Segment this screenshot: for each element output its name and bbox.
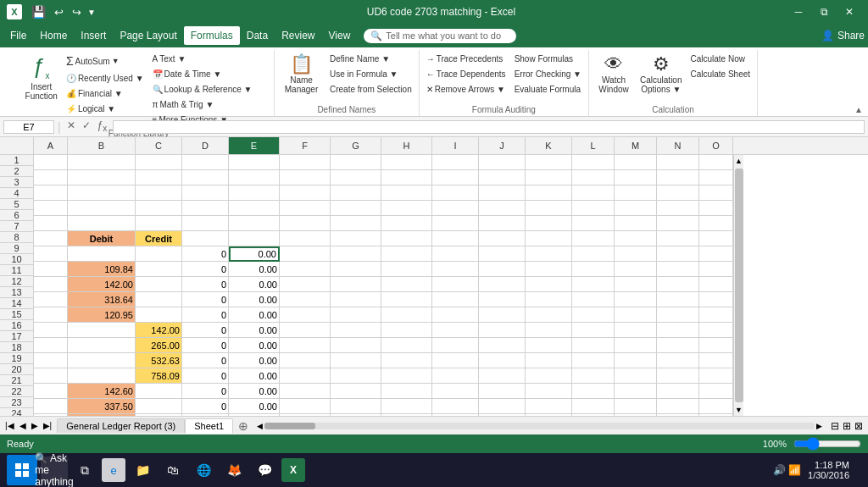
scroll-down-button[interactable]: ▼ <box>733 404 744 416</box>
trace-dependents-button[interactable]: ← Trace Dependents <box>423 67 509 81</box>
cell-l14[interactable] <box>572 353 615 368</box>
cell-f8[interactable] <box>280 262 331 277</box>
cell-a16[interactable] <box>34 384 68 399</box>
cell-d10[interactable]: 0 <box>182 292 229 307</box>
explorer-icon[interactable]: 📁 <box>129 457 156 484</box>
evaluate-formula-button[interactable]: Evaluate Formula <box>511 82 585 97</box>
cell-f2[interactable] <box>280 170 331 185</box>
row-header-20[interactable]: 20 <box>0 364 34 375</box>
cell-n6[interactable] <box>657 231 699 246</box>
cell-reference-input[interactable]: E7 <box>3 120 54 134</box>
row-header-2[interactable]: 2 <box>0 166 34 177</box>
zoom-slider[interactable] <box>793 437 861 451</box>
cell-g18[interactable] <box>331 414 381 416</box>
cell-m3[interactable] <box>615 185 657 201</box>
cell-i6[interactable] <box>432 231 479 246</box>
cell-n12[interactable] <box>657 323 699 338</box>
cell-j3[interactable] <box>479 185 526 201</box>
cell-m12[interactable] <box>615 323 657 338</box>
cell-g13[interactable] <box>331 338 381 353</box>
cell-j12[interactable] <box>479 323 526 338</box>
sheet-prev-button[interactable]: ◀ <box>18 421 28 430</box>
cell-c15[interactable]: 758.09 <box>136 368 182 384</box>
row-header-15[interactable]: 15 <box>0 309 34 320</box>
cell-e1[interactable] <box>229 155 280 170</box>
cell-f7[interactable] <box>280 246 331 262</box>
normal-view-button[interactable]: ⊟ <box>831 420 839 432</box>
edge-icon[interactable]: e <box>102 458 125 482</box>
search-taskbar-icon[interactable]: 🔍 Ask me anything <box>41 457 68 484</box>
cell-l12[interactable] <box>572 323 615 338</box>
cell-n14[interactable] <box>657 353 699 368</box>
col-header-g[interactable]: G <box>331 137 381 154</box>
cell-l11[interactable] <box>572 307 615 323</box>
cell-d3[interactable] <box>182 185 229 201</box>
cell-l17[interactable] <box>572 399 615 414</box>
row-header-23[interactable]: 23 <box>0 397 34 408</box>
cell-g12[interactable] <box>331 323 381 338</box>
cell-h12[interactable] <box>381 323 432 338</box>
row-header-11[interactable]: 11 <box>0 265 34 276</box>
cell-g2[interactable] <box>331 170 381 185</box>
text-button[interactable]: A Text ▼ <box>149 52 256 66</box>
calculate-sheet-button[interactable]: Calculate Sheet <box>687 67 754 81</box>
define-name-button[interactable]: Define Name ▼ <box>326 52 415 66</box>
cell-c11[interactable] <box>136 307 182 323</box>
cell-o10[interactable] <box>699 292 733 307</box>
remove-arrows-button[interactable]: ✕ Remove Arrows ▼ <box>423 82 509 97</box>
cell-h14[interactable] <box>381 353 432 368</box>
cell-c4[interactable] <box>136 201 182 216</box>
cell-f9[interactable] <box>280 277 331 292</box>
cell-g11[interactable] <box>331 307 381 323</box>
cell-a7[interactable] <box>34 246 68 262</box>
cell-d11[interactable]: 0 <box>182 307 229 323</box>
row-header-3[interactable]: 3 <box>0 177 34 188</box>
scroll-up-button[interactable]: ▲ <box>733 155 744 167</box>
cell-i5[interactable] <box>432 216 479 231</box>
cell-f17[interactable] <box>280 399 331 414</box>
cell-m9[interactable] <box>615 277 657 292</box>
cell-f3[interactable] <box>280 185 331 201</box>
firefox-icon[interactable]: 🦊 <box>220 457 248 484</box>
cell-l16[interactable] <box>572 384 615 399</box>
col-header-l[interactable]: L <box>572 137 615 154</box>
cell-b1[interactable] <box>68 155 136 170</box>
cell-n11[interactable] <box>657 307 699 323</box>
cell-h7[interactable] <box>381 246 432 262</box>
cell-h10[interactable] <box>381 292 432 307</box>
cell-m15[interactable] <box>615 368 657 384</box>
sheet-next-button[interactable]: ▶ <box>30 421 40 430</box>
cell-f18[interactable] <box>280 414 331 416</box>
cell-o8[interactable] <box>699 262 733 277</box>
cell-e16[interactable]: 0.00 <box>229 384 280 399</box>
cell-l4[interactable] <box>572 201 615 216</box>
row-header-22[interactable]: 22 <box>0 386 34 397</box>
cell-g9[interactable] <box>331 277 381 292</box>
cell-d9[interactable]: 0 <box>182 277 229 292</box>
insert-function-formula-icon[interactable]: ƒx <box>95 119 110 133</box>
cell-a17[interactable] <box>34 399 68 414</box>
create-from-selection-button[interactable]: Create from Selection <box>326 82 415 97</box>
cell-i18[interactable] <box>432 414 479 416</box>
cell-m4[interactable] <box>615 201 657 216</box>
cell-d1[interactable] <box>182 155 229 170</box>
cell-e4[interactable] <box>229 201 280 216</box>
cell-f4[interactable] <box>280 201 331 216</box>
cell-c17[interactable] <box>136 399 182 414</box>
menu-view[interactable]: View <box>322 26 358 45</box>
col-header-a[interactable]: A <box>34 137 68 154</box>
cell-b13[interactable] <box>68 338 136 353</box>
cell-e14[interactable]: 0.00 <box>229 353 280 368</box>
cell-o3[interactable] <box>699 185 733 201</box>
col-header-h[interactable]: H <box>381 137 432 154</box>
cell-c3[interactable] <box>136 185 182 201</box>
calculation-options-button[interactable]: ⚙ CalculationOptions ▼ <box>637 52 685 96</box>
row-header-1[interactable]: 1 <box>0 155 34 166</box>
cell-o5[interactable] <box>699 216 733 231</box>
col-header-j[interactable]: J <box>479 137 526 154</box>
cell-f10[interactable] <box>280 292 331 307</box>
cell-e8[interactable]: 0.00 <box>229 262 280 277</box>
cell-k14[interactable] <box>526 353 572 368</box>
cell-l3[interactable] <box>572 185 615 201</box>
cell-h9[interactable] <box>381 277 432 292</box>
